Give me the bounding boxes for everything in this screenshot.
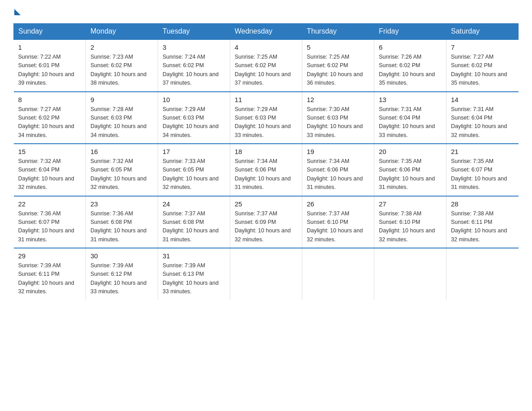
calendar-cell: 30Sunrise: 7:39 AMSunset: 6:12 PMDayligh… xyxy=(86,248,158,300)
calendar-cell: 12Sunrise: 7:30 AMSunset: 6:03 PMDayligh… xyxy=(302,92,374,144)
day-number: 19 xyxy=(307,148,369,155)
day-info: Sunrise: 7:27 AMSunset: 6:02 PMDaylight:… xyxy=(451,54,507,86)
day-info: Sunrise: 7:34 AMSunset: 6:06 PMDaylight:… xyxy=(235,158,291,190)
calendar-cell: 13Sunrise: 7:31 AMSunset: 6:04 PMDayligh… xyxy=(374,92,446,144)
day-number: 22 xyxy=(18,200,82,208)
column-header-tuesday: Tuesday xyxy=(158,24,230,40)
day-info: Sunrise: 7:37 AMSunset: 6:10 PMDaylight:… xyxy=(307,210,363,243)
day-info: Sunrise: 7:28 AMSunset: 6:03 PMDaylight:… xyxy=(90,106,146,138)
column-header-sunday: Sunday xyxy=(14,24,86,40)
day-number: 14 xyxy=(451,96,514,103)
day-number: 21 xyxy=(451,148,514,155)
calendar-cell: 26Sunrise: 7:37 AMSunset: 6:10 PMDayligh… xyxy=(302,196,374,248)
day-number: 17 xyxy=(163,148,225,155)
day-info: Sunrise: 7:25 AMSunset: 6:02 PMDaylight:… xyxy=(307,54,363,86)
calendar-cell: 18Sunrise: 7:34 AMSunset: 6:06 PMDayligh… xyxy=(230,144,302,196)
day-number: 30 xyxy=(90,252,153,260)
day-info: Sunrise: 7:22 AMSunset: 6:01 PMDaylight:… xyxy=(18,54,74,86)
column-header-wednesday: Wednesday xyxy=(230,24,302,40)
calendar-cell xyxy=(446,248,519,300)
day-info: Sunrise: 7:37 AMSunset: 6:08 PMDaylight:… xyxy=(163,210,219,243)
day-info: Sunrise: 7:29 AMSunset: 6:03 PMDaylight:… xyxy=(163,106,219,138)
day-info: Sunrise: 7:33 AMSunset: 6:05 PMDaylight:… xyxy=(163,158,219,190)
page-header xyxy=(13,9,519,15)
day-info: Sunrise: 7:25 AMSunset: 6:02 PMDaylight:… xyxy=(235,54,291,86)
calendar-cell: 10Sunrise: 7:29 AMSunset: 6:03 PMDayligh… xyxy=(158,92,230,144)
calendar-cell: 24Sunrise: 7:37 AMSunset: 6:08 PMDayligh… xyxy=(158,196,230,248)
day-number: 6 xyxy=(379,43,442,51)
calendar-cell: 9Sunrise: 7:28 AMSunset: 6:03 PMDaylight… xyxy=(86,92,158,144)
calendar-cell: 6Sunrise: 7:26 AMSunset: 6:02 PMDaylight… xyxy=(374,39,446,92)
day-info: Sunrise: 7:30 AMSunset: 6:03 PMDaylight:… xyxy=(307,106,363,138)
calendar-cell xyxy=(374,248,446,300)
calendar-cell: 4Sunrise: 7:25 AMSunset: 6:02 PMDaylight… xyxy=(230,39,302,92)
calendar-cell: 14Sunrise: 7:31 AMSunset: 6:04 PMDayligh… xyxy=(446,92,519,144)
day-number: 31 xyxy=(163,252,225,260)
day-info: Sunrise: 7:24 AMSunset: 6:02 PMDaylight:… xyxy=(163,54,219,86)
column-header-friday: Friday xyxy=(374,24,446,40)
day-number: 16 xyxy=(90,148,153,155)
day-info: Sunrise: 7:36 AMSunset: 6:07 PMDaylight:… xyxy=(18,210,74,243)
day-info: Sunrise: 7:26 AMSunset: 6:02 PMDaylight:… xyxy=(379,54,435,86)
day-info: Sunrise: 7:27 AMSunset: 6:02 PMDaylight:… xyxy=(18,106,74,138)
calendar-cell: 27Sunrise: 7:38 AMSunset: 6:10 PMDayligh… xyxy=(374,196,446,248)
day-info: Sunrise: 7:39 AMSunset: 6:13 PMDaylight:… xyxy=(163,262,219,295)
calendar-week-row: 15Sunrise: 7:32 AMSunset: 6:04 PMDayligh… xyxy=(14,144,519,196)
column-header-saturday: Saturday xyxy=(446,24,519,40)
column-header-monday: Monday xyxy=(86,24,158,40)
calendar-cell xyxy=(230,248,302,300)
calendar-week-row: 22Sunrise: 7:36 AMSunset: 6:07 PMDayligh… xyxy=(14,196,519,248)
calendar-cell: 17Sunrise: 7:33 AMSunset: 6:05 PMDayligh… xyxy=(158,144,230,196)
calendar-cell: 23Sunrise: 7:36 AMSunset: 6:08 PMDayligh… xyxy=(86,196,158,248)
calendar-cell: 5Sunrise: 7:25 AMSunset: 6:02 PMDaylight… xyxy=(302,39,374,92)
day-info: Sunrise: 7:31 AMSunset: 6:04 PMDaylight:… xyxy=(379,106,435,138)
day-info: Sunrise: 7:34 AMSunset: 6:06 PMDaylight:… xyxy=(307,158,363,190)
calendar-cell: 19Sunrise: 7:34 AMSunset: 6:06 PMDayligh… xyxy=(302,144,374,196)
day-number: 29 xyxy=(18,252,82,260)
column-header-thursday: Thursday xyxy=(302,24,374,40)
day-number: 11 xyxy=(235,96,297,103)
day-info: Sunrise: 7:39 AMSunset: 6:12 PMDaylight:… xyxy=(90,262,146,295)
calendar-cell: 11Sunrise: 7:29 AMSunset: 6:03 PMDayligh… xyxy=(230,92,302,144)
calendar-table: SundayMondayTuesdayWednesdayThursdayFrid… xyxy=(13,23,519,300)
calendar-cell: 28Sunrise: 7:38 AMSunset: 6:11 PMDayligh… xyxy=(446,196,519,248)
day-info: Sunrise: 7:23 AMSunset: 6:02 PMDaylight:… xyxy=(90,54,146,86)
calendar-cell: 16Sunrise: 7:32 AMSunset: 6:05 PMDayligh… xyxy=(86,144,158,196)
day-number: 18 xyxy=(235,148,297,155)
calendar-week-row: 1Sunrise: 7:22 AMSunset: 6:01 PMDaylight… xyxy=(14,39,519,92)
day-number: 8 xyxy=(18,96,82,103)
day-info: Sunrise: 7:37 AMSunset: 6:09 PMDaylight:… xyxy=(235,210,291,243)
day-number: 1 xyxy=(18,43,82,51)
day-info: Sunrise: 7:39 AMSunset: 6:11 PMDaylight:… xyxy=(18,262,74,295)
calendar-cell: 31Sunrise: 7:39 AMSunset: 6:13 PMDayligh… xyxy=(158,248,230,300)
calendar-cell: 20Sunrise: 7:35 AMSunset: 6:06 PMDayligh… xyxy=(374,144,446,196)
day-number: 9 xyxy=(90,96,153,103)
day-number: 10 xyxy=(163,96,225,103)
day-number: 24 xyxy=(163,200,225,208)
day-info: Sunrise: 7:29 AMSunset: 6:03 PMDaylight:… xyxy=(235,106,291,138)
day-number: 3 xyxy=(163,43,225,51)
calendar-cell: 8Sunrise: 7:27 AMSunset: 6:02 PMDaylight… xyxy=(14,92,86,144)
day-number: 26 xyxy=(307,200,369,208)
logo-triangle-icon xyxy=(14,9,21,15)
calendar-cell: 22Sunrise: 7:36 AMSunset: 6:07 PMDayligh… xyxy=(14,196,86,248)
day-number: 4 xyxy=(235,43,297,51)
day-number: 28 xyxy=(451,200,514,208)
calendar-cell: 21Sunrise: 7:35 AMSunset: 6:07 PMDayligh… xyxy=(446,144,519,196)
calendar-header-row: SundayMondayTuesdayWednesdayThursdayFrid… xyxy=(14,24,519,40)
calendar-cell: 2Sunrise: 7:23 AMSunset: 6:02 PMDaylight… xyxy=(86,39,158,92)
day-number: 23 xyxy=(90,200,153,208)
day-info: Sunrise: 7:32 AMSunset: 6:04 PMDaylight:… xyxy=(18,158,74,190)
day-info: Sunrise: 7:31 AMSunset: 6:04 PMDaylight:… xyxy=(451,106,507,138)
day-number: 25 xyxy=(235,200,297,208)
calendar-cell: 1Sunrise: 7:22 AMSunset: 6:01 PMDaylight… xyxy=(14,39,86,92)
day-info: Sunrise: 7:36 AMSunset: 6:08 PMDaylight:… xyxy=(90,210,146,243)
day-info: Sunrise: 7:32 AMSunset: 6:05 PMDaylight:… xyxy=(90,158,146,190)
calendar-week-row: 8Sunrise: 7:27 AMSunset: 6:02 PMDaylight… xyxy=(14,92,519,144)
day-number: 2 xyxy=(90,43,153,51)
day-info: Sunrise: 7:35 AMSunset: 6:07 PMDaylight:… xyxy=(451,158,507,190)
day-number: 12 xyxy=(307,96,369,103)
day-info: Sunrise: 7:38 AMSunset: 6:11 PMDaylight:… xyxy=(451,210,507,243)
calendar-cell: 7Sunrise: 7:27 AMSunset: 6:02 PMDaylight… xyxy=(446,39,519,92)
calendar-cell: 15Sunrise: 7:32 AMSunset: 6:04 PMDayligh… xyxy=(14,144,86,196)
